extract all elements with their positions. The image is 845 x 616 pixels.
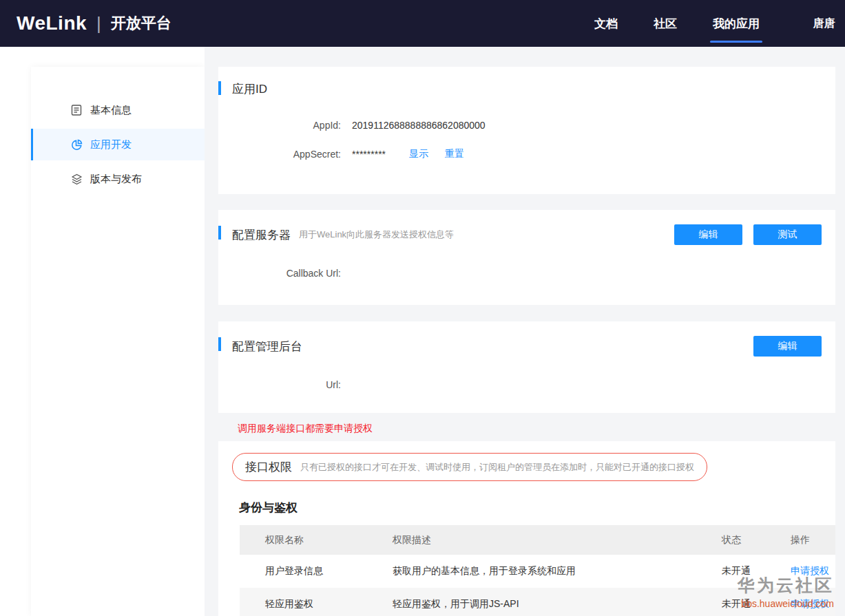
- app-id-card-title: 应用ID: [232, 81, 267, 97]
- permission-name: 轻应用鉴权: [240, 588, 367, 616]
- table-header-row: 权限名称 权限描述 状态 操作: [240, 525, 835, 555]
- appsecret-value: *********: [352, 149, 386, 160]
- section-accent-bar: [218, 81, 221, 95]
- top-navbar: WeLink | 开放平台 文档 社区 我的应用 唐唐: [0, 0, 845, 47]
- document-icon: [70, 103, 83, 117]
- permission-status: 未开通: [696, 588, 765, 616]
- nav-link-my-apps[interactable]: 我的应用: [711, 12, 761, 36]
- welink-logo: WeLink: [17, 12, 87, 34]
- show-secret-link[interactable]: 显示: [409, 148, 428, 160]
- appsecret-row: AppSecret: ********* 显示 重置: [232, 148, 822, 160]
- admin-url-row: Url:: [232, 379, 822, 390]
- logo-divider: |: [96, 13, 101, 34]
- brand-area: WeLink | 开放平台: [17, 12, 171, 34]
- pie-chart-icon: [70, 138, 83, 151]
- admin-url-label: Url:: [232, 379, 341, 390]
- permissions-table: 权限名称 权限描述 状态 操作 用户登录信息 获取用户的基本信息，用于登录系统和…: [240, 525, 835, 616]
- permissions-subtitle: 只有已授权的接口才可在开发、调试时使用，订阅租户的管理员在添加时，只能对已开通的…: [300, 461, 694, 474]
- sidebar-item-basic-info[interactable]: 基本信息: [31, 94, 205, 126]
- edit-server-button[interactable]: 编辑: [674, 224, 742, 245]
- permissions-title: 接口权限: [245, 459, 292, 475]
- apply-authorization-link[interactable]: 申请授权: [791, 565, 829, 576]
- callback-url-label: Callback Url:: [232, 268, 341, 279]
- permission-status: 未开通: [696, 555, 765, 588]
- appid-row: AppId: 2019112688888886862080000: [232, 120, 822, 131]
- col-header-action: 操作: [765, 525, 835, 555]
- appsecret-label: AppSecret:: [232, 149, 341, 160]
- server-card-subtitle: 用于WeLink向此服务器发送授权信息等: [299, 229, 454, 241]
- platform-title: 开放平台: [111, 13, 171, 34]
- table-row: 轻应用鉴权 轻应用鉴权，用于调用JS-API 未开通 申请授权: [240, 588, 835, 616]
- section-accent-bar: [218, 226, 221, 240]
- user-name[interactable]: 唐唐: [813, 17, 835, 31]
- table-row: 用户登录信息 获取用户的基本信息，用于登录系统和应用 未开通 申请授权: [240, 555, 835, 588]
- permission-name: 用户登录信息: [240, 555, 367, 588]
- sidebar: 基本信息 应用开发 版本与发布: [31, 67, 205, 616]
- col-header-status: 状态: [696, 525, 765, 555]
- sidebar-item-app-dev[interactable]: 应用开发: [31, 129, 205, 160]
- api-permissions-card: 接口权限 只有已授权的接口才可在开发、调试时使用，订阅租户的管理员在添加时，只能…: [218, 441, 835, 616]
- page-body: 基本信息 应用开发 版本与发布: [0, 47, 845, 616]
- top-nav-links: 文档 社区 我的应用 唐唐: [560, 12, 835, 36]
- appid-label: AppId:: [232, 120, 341, 131]
- sidebar-item-label: 版本与发布: [90, 173, 142, 186]
- admin-config-card: 配置管理后台 编辑 Url:: [218, 321, 835, 413]
- sidebar-item-version-release[interactable]: 版本与发布: [31, 163, 205, 195]
- nav-link-community[interactable]: 社区: [652, 12, 678, 36]
- reset-secret-link[interactable]: 重置: [445, 148, 464, 160]
- identity-auth-section-title: 身份与鉴权: [239, 500, 835, 516]
- server-card-title: 配置服务器: [232, 227, 291, 243]
- edit-admin-button[interactable]: 编辑: [753, 336, 822, 357]
- test-server-button[interactable]: 测试: [753, 224, 822, 245]
- permission-desc: 轻应用鉴权，用于调用JS-API: [367, 588, 696, 616]
- main-content: 应用ID AppId: 2019112688888886862080000 Ap…: [205, 47, 845, 616]
- col-header-permission-desc: 权限描述: [367, 525, 696, 555]
- sidebar-item-label: 应用开发: [90, 138, 132, 151]
- authorization-notice: 调用服务端接口都需要申请授权: [238, 423, 835, 435]
- permission-desc: 获取用户的基本信息，用于登录系统和应用: [367, 555, 696, 588]
- server-config-card: 配置服务器 用于WeLink向此服务器发送授权信息等 编辑 测试 Callbac…: [218, 210, 835, 305]
- sidebar-item-label: 基本信息: [90, 104, 132, 117]
- callback-url-row: Callback Url:: [232, 268, 822, 279]
- nav-link-docs[interactable]: 文档: [593, 12, 619, 36]
- apply-authorization-link[interactable]: 申请授权: [791, 598, 829, 609]
- col-header-permission-name: 权限名称: [240, 525, 367, 555]
- app-id-card: 应用ID AppId: 2019112688888886862080000 Ap…: [218, 67, 835, 194]
- api-permissions-header: 接口权限 只有已授权的接口才可在开发、调试时使用，订阅租户的管理员在添加时，只能…: [232, 453, 707, 481]
- section-accent-bar: [218, 337, 221, 351]
- layers-icon: [70, 172, 83, 186]
- appid-value: 2019112688888886862080000: [352, 120, 486, 131]
- admin-card-title: 配置管理后台: [232, 339, 302, 354]
